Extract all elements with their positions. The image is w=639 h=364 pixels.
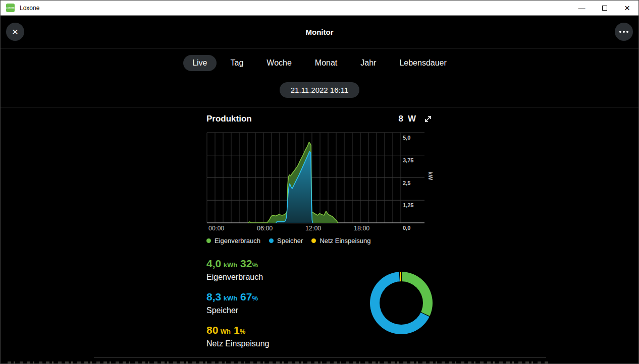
- minimize-icon: —: [578, 4, 585, 12]
- more-options-icon: [619, 31, 628, 33]
- production-card: Produktion 8 W 0,01,252,53,755,000:0006:…: [206, 112, 433, 351]
- loxone-logo-icon: LOXONE: [6, 4, 15, 12]
- current-power-unit: W: [408, 114, 416, 124]
- legend-item-eigenverbrauch: Eigenverbrauch: [206, 237, 260, 245]
- app-header: × Monitor: [1, 16, 638, 48]
- legend-item-netz-einspeisung: Netz Einspeisung: [311, 237, 370, 245]
- tab-jahr[interactable]: Jahr: [351, 55, 385, 71]
- stat-unit: kWh: [224, 261, 237, 269]
- svg-text:3,75: 3,75: [403, 157, 413, 163]
- datetime-pill[interactable]: 21.11.2022 16:11: [280, 82, 360, 98]
- svg-text:06:00: 06:00: [257, 225, 273, 232]
- stat-percent-unit: %: [240, 328, 246, 335]
- loxone-logo-text: LOXONE: [6, 7, 15, 9]
- production-chart: 0,01,252,53,755,000:0006:0012:0018:00 kW: [206, 129, 433, 232]
- more-options-button[interactable]: [615, 23, 633, 41]
- page-title: Monitor: [1, 16, 638, 48]
- svg-text:00:00: 00:00: [208, 225, 224, 232]
- legend-dot-netz-einspeisung: [311, 238, 316, 243]
- stat-value: 80: [206, 324, 218, 336]
- stat-percent-unit: %: [252, 294, 258, 302]
- legend-dot-speicher: [269, 238, 274, 243]
- tab-tag[interactable]: Tag: [222, 55, 253, 71]
- svg-text:12:00: 12:00: [305, 225, 321, 232]
- production-card-header: Produktion 8 W: [206, 112, 433, 126]
- expand-chart-button[interactable]: [423, 114, 433, 124]
- window-title: Loxone: [20, 5, 39, 12]
- legend-item-speicher: Speicher: [269, 237, 303, 245]
- date-row: 21.11.2022 16:11: [1, 82, 638, 98]
- current-power-value: 8: [398, 114, 403, 124]
- donut-hole: [380, 281, 423, 325]
- stat-percent: 32: [240, 258, 252, 269]
- window-titlebar[interactable]: LOXONE Loxone — ×: [1, 1, 638, 16]
- stat-percent: 1: [234, 324, 240, 336]
- production-chart-svg: 0,01,252,53,755,000:0006:0012:0018:00: [206, 129, 433, 232]
- tab-live[interactable]: Live: [183, 55, 216, 71]
- tab-monat[interactable]: Monat: [306, 55, 346, 71]
- stat-label: Netz Einspeisung: [206, 338, 433, 349]
- production-title: Produktion: [206, 114, 252, 124]
- clipped-next-section: [8, 361, 549, 363]
- section-divider: [94, 357, 546, 357]
- minimize-button[interactable]: —: [570, 1, 593, 15]
- legend-dot-eigenverbrauch: [206, 238, 211, 243]
- stat-unit: kWh: [224, 294, 237, 302]
- tab-woche[interactable]: Woche: [257, 55, 301, 71]
- close-window-button[interactable]: ×: [616, 1, 638, 15]
- stat-percent: 67: [240, 291, 252, 302]
- y-axis-unit-label: kW: [427, 171, 433, 180]
- stat-unit: Wh: [221, 328, 231, 335]
- loxone-window: { "window": { "title": "Loxone", "logo_t…: [0, 0, 639, 364]
- tab-lebensdauer[interactable]: Lebensdauer: [390, 55, 455, 71]
- svg-text:18:00: 18:00: [354, 225, 369, 232]
- stat-value: 8,3: [206, 291, 221, 302]
- stat-percent-unit: %: [252, 261, 258, 269]
- close-window-icon: ×: [624, 6, 630, 11]
- svg-text:1,25: 1,25: [403, 202, 413, 208]
- maximize-icon: [602, 6, 607, 11]
- chart-legend: Eigenverbrauch Speicher Netz Einspeisung: [206, 237, 433, 245]
- distribution-donut-chart: [370, 272, 433, 334]
- svg-text:5,0: 5,0: [403, 135, 410, 141]
- expand-icon: [424, 115, 432, 123]
- svg-text:2,5: 2,5: [403, 180, 410, 186]
- maximize-button[interactable]: [593, 1, 616, 15]
- period-section: Live Tag Woche Monat Jahr Lebensdauer 21…: [1, 48, 638, 107]
- svg-text:0,0: 0,0: [403, 225, 410, 231]
- stat-value: 4,0: [206, 258, 221, 269]
- stats-area: 4,0 kWh32% Eigenverbrauch 8,3 kWh67% Spe…: [206, 258, 433, 351]
- period-tabs: Live Tag Woche Monat Jahr Lebensdauer: [1, 48, 638, 71]
